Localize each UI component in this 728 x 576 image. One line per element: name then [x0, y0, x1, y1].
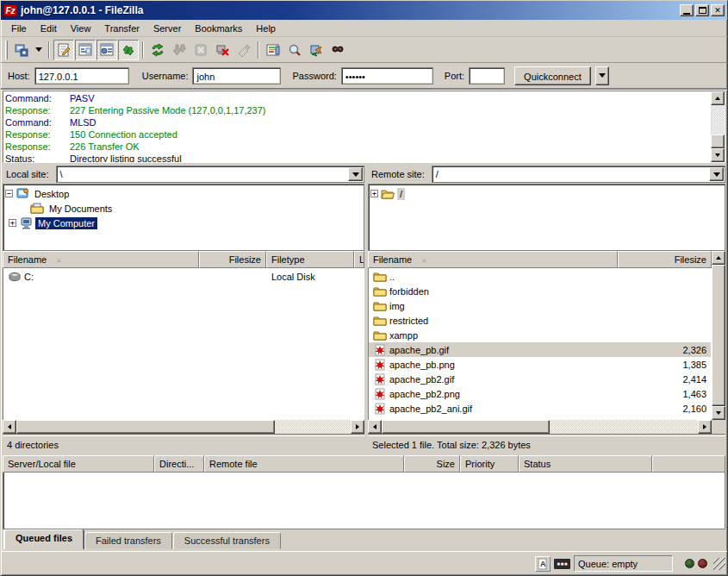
column-header-direction[interactable]: Directi...: [154, 455, 204, 473]
log-label: Command:: [5, 92, 70, 104]
menu-transfer[interactable]: Transfer: [97, 22, 146, 35]
chevron-down-icon[interactable]: [348, 167, 363, 181]
column-header-filesize[interactable]: Filesize: [618, 251, 712, 268]
local-site-combo[interactable]: \: [56, 166, 364, 183]
queue-header: Server/Local file Directi... Remote file…: [3, 455, 725, 473]
file-row[interactable]: xampp: [369, 328, 711, 342]
column-header-remote-file[interactable]: Remote file: [204, 455, 404, 473]
file-row-selected[interactable]: apache_pb.gif 2,326: [369, 342, 711, 357]
column-header-filename[interactable]: Filename ▵: [3, 251, 199, 268]
maximize-button[interactable]: [695, 4, 709, 16]
remote-horizontal-scrollbar[interactable]: [368, 420, 712, 434]
expand-icon[interactable]: +: [9, 219, 16, 227]
quickconnect-button[interactable]: Quickconnect: [514, 66, 591, 85]
toggle-local-tree-icon[interactable]: [75, 40, 96, 60]
image-file-icon: [373, 403, 387, 415]
tree-item-desktop[interactable]: − Desktop: [5, 186, 364, 201]
column-label: Status: [524, 459, 551, 469]
site-manager-icon[interactable]: [11, 40, 32, 60]
resize-grip[interactable]: [713, 558, 725, 570]
remote-file-list[interactable]: .. forbidden: [368, 268, 712, 420]
file-row[interactable]: apache_pb2.gif 2,414: [369, 372, 711, 386]
speed-limit-icon[interactable]: ▪▪▪: [554, 559, 570, 569]
scroll-down-icon[interactable]: [712, 406, 725, 420]
scroll-right-icon[interactable]: [698, 420, 712, 434]
toggle-remote-tree-icon[interactable]: [96, 40, 117, 60]
toggle-message-log-icon[interactable]: [53, 40, 74, 60]
column-header-server-local-file[interactable]: Server/Local file: [3, 455, 154, 473]
file-row[interactable]: apache_pb2.png 1,463: [369, 386, 711, 401]
file-row[interactable]: restricted: [369, 313, 711, 328]
file-row[interactable]: forbidden: [369, 284, 711, 298]
collapse-icon[interactable]: −: [5, 190, 13, 197]
scrollbar-thumb[interactable]: [382, 420, 550, 434]
remote-directory-tree[interactable]: + /: [368, 184, 725, 251]
synchronized-browsing-icon[interactable]: [306, 40, 327, 60]
local-horizontal-scrollbar[interactable]: [3, 420, 364, 434]
menu-file[interactable]: File: [4, 22, 34, 35]
scrollbar-thumb[interactable]: [712, 265, 725, 406]
port-input[interactable]: [469, 67, 505, 85]
menu-bookmarks[interactable]: Bookmarks: [188, 22, 249, 35]
scrollbar-thumb[interactable]: [711, 135, 725, 148]
refresh-icon[interactable]: [147, 40, 168, 60]
menu-edit[interactable]: Edit: [34, 22, 64, 35]
message-log[interactable]: Command: PASV Response: 227 Entering Pas…: [3, 91, 711, 162]
directory-listing-filters-icon[interactable]: [263, 40, 283, 60]
title-bar[interactable]: Fz john@127.0.0.1 - FileZilla ✕: [1, 1, 727, 20]
site-manager-dropdown-icon[interactable]: [33, 40, 45, 60]
remote-vertical-scrollbar[interactable]: [712, 251, 725, 420]
disconnect-icon[interactable]: [212, 40, 233, 60]
tree-item-my-documents[interactable]: My Documents: [5, 201, 364, 216]
directory-comparison-icon[interactable]: [284, 40, 305, 60]
menu-help[interactable]: Help: [249, 22, 283, 35]
file-row[interactable]: apache_pb2_ani.gif 2,160: [369, 401, 711, 416]
menu-bar: File Edit View Transfer Server Bookmarks…: [1, 20, 727, 37]
column-header-priority[interactable]: Priority: [460, 455, 519, 473]
password-input[interactable]: [341, 67, 433, 85]
menu-view[interactable]: View: [64, 22, 98, 35]
file-row[interactable]: img: [369, 298, 711, 313]
scroll-right-icon[interactable]: [351, 420, 364, 434]
quickconnect-dropdown-icon[interactable]: [595, 66, 609, 85]
find-files-icon[interactable]: [327, 40, 348, 60]
cancel-operation-icon[interactable]: [190, 40, 211, 60]
tab-queued-files[interactable]: Queued files: [4, 529, 84, 549]
column-header-status[interactable]: Status: [519, 455, 652, 473]
reconnect-icon[interactable]: [233, 40, 254, 60]
log-line: Response: 227 Entering Passive Mode (127…: [5, 104, 709, 116]
close-button[interactable]: ✕: [711, 4, 725, 16]
file-row[interactable]: apache_pb.png 1,385: [369, 357, 711, 372]
scroll-up-icon[interactable]: [711, 91, 725, 105]
host-input[interactable]: [34, 67, 129, 85]
scroll-up-icon[interactable]: [712, 251, 725, 265]
column-header-lastmodified[interactable]: L: [354, 251, 364, 268]
scroll-left-icon[interactable]: [3, 420, 16, 434]
username-input[interactable]: [192, 67, 281, 85]
file-row[interactable]: ..: [369, 269, 711, 284]
menu-server[interactable]: Server: [146, 22, 188, 35]
transfer-type-icon[interactable]: A: [535, 556, 551, 572]
log-vertical-scrollbar[interactable]: [711, 91, 725, 162]
column-header-filetype[interactable]: Filetype: [266, 251, 354, 268]
local-directory-tree[interactable]: − Desktop: [3, 184, 364, 251]
tab-successful-transfers[interactable]: Successful transfers: [173, 532, 281, 549]
expand-icon[interactable]: +: [370, 190, 378, 197]
column-header-filesize[interactable]: Filesize: [199, 251, 266, 268]
process-queue-icon[interactable]: [169, 40, 190, 60]
remote-site-combo[interactable]: /: [432, 166, 725, 183]
column-header-size[interactable]: Size: [404, 455, 460, 473]
file-row-c-drive[interactable]: C: Local Disk: [3, 269, 364, 284]
scrollbar-thumb[interactable]: [16, 420, 275, 434]
local-file-list[interactable]: C: Local Disk: [3, 268, 364, 420]
tab-failed-transfers[interactable]: Failed transfers: [84, 532, 172, 549]
scroll-left-icon[interactable]: [368, 420, 382, 434]
minimize-button[interactable]: [680, 4, 694, 16]
chevron-down-icon[interactable]: [709, 167, 724, 181]
scroll-down-icon[interactable]: [711, 148, 725, 162]
toggle-transfer-queue-icon[interactable]: [118, 40, 139, 60]
tree-item-root[interactable]: + /: [370, 186, 725, 201]
queue-list[interactable]: [3, 473, 725, 529]
tree-item-my-computer[interactable]: + My Computer: [5, 216, 364, 230]
column-header-filename[interactable]: Filename ▵: [368, 251, 618, 268]
